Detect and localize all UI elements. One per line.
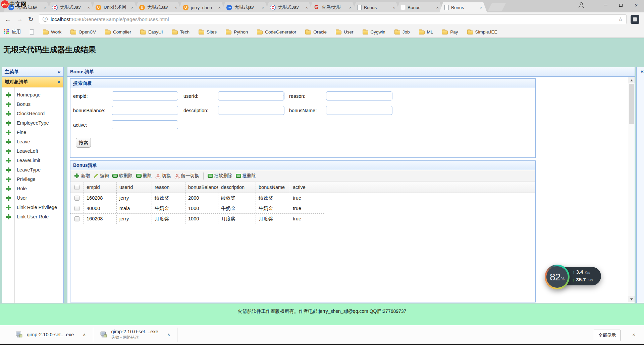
accordion-header-domain-objects[interactable]: 域对象清单 « xyxy=(2,77,63,87)
sidebar-item-leave[interactable]: Leave xyxy=(2,137,63,146)
chevron-down-icon[interactable] xyxy=(283,92,284,100)
column-header-description[interactable]: description xyxy=(218,182,256,193)
row-checkbox[interactable] xyxy=(74,216,79,221)
tab-bonus-2[interactable]: Bonus × xyxy=(396,2,443,12)
sidebar-item-user[interactable]: User xyxy=(2,193,63,203)
column-header-active[interactable]: active xyxy=(290,182,322,193)
delete-button[interactable]: 删除 xyxy=(135,172,154,180)
memory-gauge-ring[interactable]: 82 % xyxy=(545,265,570,289)
address-bar[interactable]: i localhost:8080/GenerateSample/pages/bo… xyxy=(39,14,627,24)
select-all-checkbox[interactable] xyxy=(74,185,79,190)
row-checkbox[interactable] xyxy=(74,196,79,201)
bookmark-folder-simplejee[interactable]: SimpleJEE xyxy=(467,29,497,34)
tab-close-icon[interactable]: × xyxy=(305,5,308,10)
maximize-button[interactable] xyxy=(613,0,629,10)
sidebar-item-fine[interactable]: Fine xyxy=(2,128,63,137)
table-row[interactable]: 40000 mala 牛奶金 1000 牛奶金 牛奶金 true xyxy=(70,203,324,214)
add-button[interactable]: 新增 xyxy=(72,172,92,180)
tab-close-icon[interactable]: × xyxy=(131,5,133,10)
bookmark-folder-sites[interactable]: Sites xyxy=(199,29,217,34)
sidebar-item-link-user-role[interactable]: Link User Role xyxy=(2,212,63,221)
bookmark-folder-cygwin[interactable]: Cygwin xyxy=(363,29,385,34)
bookmark-folder-opencv[interactable]: OpenCV xyxy=(70,29,96,34)
back-icon[interactable]: ← xyxy=(5,16,11,23)
sidebar-item-role[interactable]: Role xyxy=(2,184,63,193)
sidebar-item-link-role-privilege[interactable]: Link Role Privilege xyxy=(2,203,63,212)
tab-wuyinshi-java-4[interactable]: du 无垠式jav × xyxy=(221,2,269,12)
column-header-bonusbalance[interactable]: bonusBalance xyxy=(185,182,218,193)
bookmark-folder-user[interactable]: User xyxy=(336,29,354,34)
tab-jerry-shen[interactable]: U jerry_shen × xyxy=(178,2,225,12)
bookmark-folder-easyui[interactable]: EasyUI xyxy=(140,29,163,34)
reason-input[interactable] xyxy=(326,91,392,100)
scrollbar-thumb[interactable] xyxy=(629,84,634,124)
download-bar-close-icon[interactable]: × xyxy=(632,332,635,337)
bookmark-folder-ml[interactable]: ML xyxy=(419,29,433,34)
description-input[interactable] xyxy=(218,106,284,115)
soft-delete-button[interactable]: 软删除 xyxy=(111,172,135,180)
column-header-reason[interactable]: reason xyxy=(152,182,185,193)
tab-close-icon[interactable]: × xyxy=(436,5,439,10)
tab-wuyinshi-java-2[interactable]: C 无垠式Jav × xyxy=(47,2,95,12)
bookmark-folder-pay[interactable]: Pay xyxy=(442,29,458,34)
batch-delete-button[interactable]: 批删除 xyxy=(234,172,258,180)
network-speed-widget[interactable]: ↑ 3.4 K/s ↓ 35.7 K/s 82 % xyxy=(544,263,611,292)
minimize-button[interactable] xyxy=(598,0,613,10)
sidebar-item-employeetype[interactable]: EmployeeType xyxy=(2,118,63,128)
tab-bonus-active[interactable]: Bonus × xyxy=(439,2,487,12)
tab-wuyinshi-java-3[interactable]: U 无垠式Jav × xyxy=(134,2,182,12)
tab-huoniao[interactable]: G 火鸟/无垠 × xyxy=(309,2,356,12)
collapse-left-icon[interactable]: « xyxy=(58,69,61,75)
bookmark-folder-tech[interactable]: Tech xyxy=(172,29,190,34)
download-item-1[interactable]: gimp-2.10.0-set....exe ∧ xyxy=(15,331,86,338)
bookmark-folder-oracle[interactable]: Oracle xyxy=(305,29,327,34)
bookmark-page-icon[interactable] xyxy=(30,29,34,34)
sidebar-item-leavelimit[interactable]: LeaveLimit xyxy=(2,156,63,165)
tab-bonus-1[interactable]: Bonus × xyxy=(352,2,400,12)
sidebar-item-bonus[interactable]: Bonus xyxy=(2,99,63,109)
batch-soft-delete-button[interactable]: 批软删除 xyxy=(206,172,234,180)
sidebar-item-homepage[interactable]: Homepage xyxy=(2,90,63,99)
expand-left-icon[interactable]: « xyxy=(641,69,644,303)
sidebar-item-leavetype[interactable]: LeaveType xyxy=(2,165,63,175)
active-input[interactable] xyxy=(112,120,178,129)
bookmark-star-icon[interactable]: ☆ xyxy=(618,16,623,22)
chevron-up-icon[interactable]: ∧ xyxy=(83,332,86,337)
tab-unix-tech[interactable]: U Unix技术网 × xyxy=(91,2,138,12)
chevron-up-icon[interactable]: ∧ xyxy=(167,332,170,337)
east-collapsed-panel[interactable]: « xyxy=(636,67,644,303)
bonusbalance-input[interactable] xyxy=(112,106,178,115)
collapse-up-icon[interactable]: « xyxy=(57,80,62,83)
table-row[interactable]: 160208 jerry 绩效奖 2000 绩效奖 绩效奖 true xyxy=(70,193,324,203)
tab-wuyinshi-java-5[interactable]: C 无垠式Jav × xyxy=(265,2,313,12)
sidebar-item-clockrecord[interactable]: ClockRecord xyxy=(2,109,63,118)
scroll-down-button[interactable] xyxy=(628,296,635,302)
column-header-bonusname[interactable]: bonusName xyxy=(256,182,290,193)
sidebar-item-privilege[interactable]: Privilege xyxy=(2,175,63,184)
tab-close-icon[interactable]: × xyxy=(44,5,46,10)
tab-close-icon[interactable]: × xyxy=(87,5,90,10)
tab-close-icon[interactable]: × xyxy=(218,5,221,10)
tab-close-icon[interactable]: × xyxy=(392,5,395,10)
tab-close-icon[interactable]: × xyxy=(480,5,482,10)
table-row[interactable]: 160208 jerry 月度奖 1000 月度奖 月度奖 true xyxy=(70,214,324,224)
bookmark-folder-work[interactable]: Work xyxy=(43,29,61,34)
userid-combobox[interactable] xyxy=(218,91,284,100)
show-all-downloads-button[interactable]: 全部显示 xyxy=(594,330,621,341)
extension-icon[interactable] xyxy=(631,15,639,24)
window-close-button[interactable]: × xyxy=(629,0,644,10)
column-header-empid[interactable]: empid xyxy=(84,182,117,193)
tab-close-icon[interactable]: × xyxy=(349,5,352,10)
bonusname-input[interactable] xyxy=(326,106,392,115)
bookmark-folder-python[interactable]: Python xyxy=(226,29,248,34)
empid-input[interactable] xyxy=(112,91,178,100)
reload-icon[interactable]: ↻ xyxy=(28,15,34,23)
toggle-button[interactable]: 切换 xyxy=(154,172,173,180)
info-icon[interactable]: i xyxy=(43,17,48,22)
row-checkbox[interactable] xyxy=(74,206,79,211)
tab-close-icon[interactable]: × xyxy=(262,5,264,10)
forward-icon[interactable]: → xyxy=(16,16,23,23)
bookmark-folder-codegenerator[interactable]: CodeGenerator xyxy=(257,29,296,34)
tab-close-icon[interactable]: × xyxy=(174,5,177,10)
vertical-scrollbar[interactable] xyxy=(628,77,634,302)
